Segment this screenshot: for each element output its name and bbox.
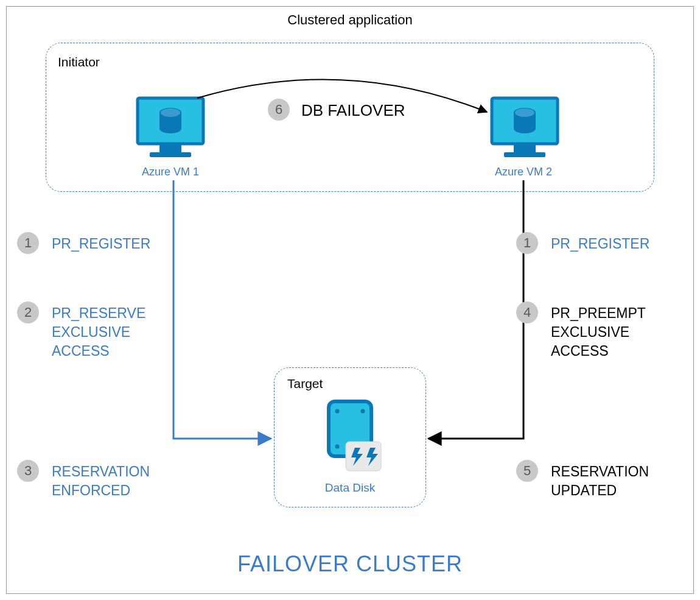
vm2-icon <box>488 94 561 155</box>
svg-point-12 <box>514 124 536 133</box>
step-1-right-text: PR_REGISTER <box>551 235 649 253</box>
vm1-icon <box>134 94 207 155</box>
step-5-badge: 5 <box>516 460 538 482</box>
diagram-title: Clustered application <box>0 12 700 28</box>
target-label: Target <box>287 376 323 391</box>
step-2-badge: 2 <box>17 302 39 323</box>
vm2-label: Azure VM 2 <box>481 166 566 178</box>
step-6-text: DB FAILOVER <box>301 100 405 121</box>
svg-point-16 <box>361 409 365 414</box>
svg-rect-9 <box>504 152 545 157</box>
svg-rect-8 <box>514 144 536 152</box>
step-6-badge: 6 <box>268 99 290 121</box>
step-1-left-badge: 1 <box>17 232 39 254</box>
step-5-text: RESERVATIONUPDATED <box>551 462 649 500</box>
svg-point-6 <box>161 108 180 117</box>
svg-point-5 <box>159 124 181 133</box>
step-4-text: PR_PREEMPTEXCLUSIVEACCESS <box>551 304 646 361</box>
step-3-text: RESERVATIONENFORCED <box>52 462 150 500</box>
step-1-right-badge: 1 <box>516 232 538 254</box>
data-disk-icon <box>323 399 383 481</box>
step-1-left-text: PR_REGISTER <box>52 235 150 253</box>
svg-point-15 <box>335 409 340 414</box>
initiator-label: Initiator <box>58 55 100 69</box>
step-3-badge: 3 <box>17 460 39 482</box>
data-disk-label: Data Disk <box>320 481 380 495</box>
svg-rect-1 <box>159 144 181 152</box>
svg-rect-2 <box>150 152 191 157</box>
svg-point-17 <box>335 445 340 449</box>
step-2-text: PR_RESERVEEXCLUSIVEACCESS <box>52 304 145 361</box>
vm1-label: Azure VM 1 <box>128 166 213 178</box>
footer-title: FAILOVER CLUSTER <box>0 551 700 577</box>
step-4-badge: 4 <box>516 302 538 323</box>
svg-point-13 <box>515 108 534 117</box>
